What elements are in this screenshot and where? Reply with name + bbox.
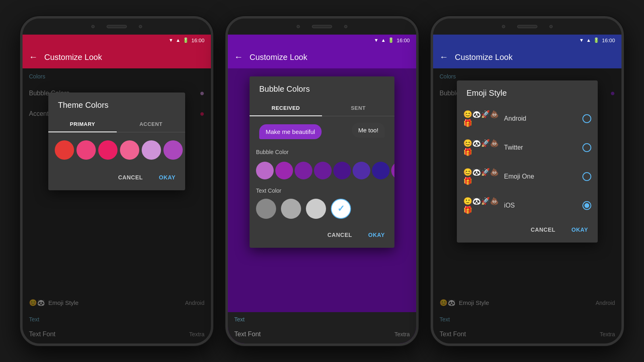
speaker-3 <box>517 25 537 28</box>
emoji-option-android[interactable]: 😊🐼🚀💩🎁 Android <box>457 104 598 133</box>
sent-bubble: Me too! <box>352 123 385 138</box>
bubble-color-5[interactable] <box>333 162 351 179</box>
signal-icon-2: ▲ <box>381 37 386 43</box>
battery-icon-1: 🔋 <box>183 37 189 43</box>
text-color-dark[interactable] <box>256 199 276 219</box>
phone-top-bar-2 <box>228 19 416 35</box>
emoji-name-twitter: Twitter <box>504 144 579 151</box>
dialog-overlay-1: Theme Colors PRIMARY ACCENT <box>23 68 211 343</box>
dialog-title-3: Emoji Style <box>457 80 598 104</box>
phone-3: ▼ ▲ 🔋 16:00 ← Customize Look Colors Bubb… <box>431 16 624 346</box>
dialog-overlay-2: Bubble Colors RECEIVED SENT Make me beau… <box>228 68 416 343</box>
bubble-color-6[interactable] <box>353 162 370 179</box>
emoji-name-android: Android <box>504 115 579 122</box>
screen-content-3: Colors Bubble Colors ● Emoji Style 😊🐼🚀💩🎁… <box>433 68 621 343</box>
radio-android[interactable] <box>582 114 591 123</box>
bubble-color-label: Bubble Color <box>250 146 394 157</box>
front-camera-3 <box>502 25 505 28</box>
dialog-title-1: Theme Colors <box>48 93 185 116</box>
speaker-1 <box>107 25 127 28</box>
status-bar-2: ▼ ▲ 🔋 16:00 <box>228 35 416 46</box>
emoji-option-ios[interactable]: 🙂🐼🚀💩🎁 iOS <box>457 191 598 220</box>
phones-container: ▼ ▲ 🔋 16:00 ← Customize Look Colors Bubb… <box>12 8 632 354</box>
dialog-actions-2: CANCEL OKAY <box>250 225 394 248</box>
emoji-option-emojione[interactable]: 😊🐼🚀💩🎁 Emoji One <box>457 162 598 191</box>
text-color-white[interactable]: ✓ <box>331 199 351 219</box>
phone-screen-3: ▼ ▲ 🔋 16:00 ← Customize Look Colors Bubb… <box>433 35 621 343</box>
battery-icon-2: 🔋 <box>388 37 394 43</box>
radio-emojione[interactable] <box>582 172 591 181</box>
dialog-overlay-3: Emoji Style 😊🐼🚀💩🎁 Android 😊🐼🚀💩🎁 Twitter <box>433 68 621 343</box>
back-arrow-1[interactable]: ← <box>29 52 38 62</box>
phone-2: ▼ ▲ 🔋 16:00 ← Customize Look Bubble Colo… <box>225 16 419 346</box>
signal-icon-1: ▲ <box>176 37 181 43</box>
signal-icon-3: ▲ <box>586 37 591 43</box>
app-bar-title-2: Customize Look <box>250 53 307 62</box>
wifi-icon-2: ▼ <box>374 37 379 43</box>
app-bar-3: ← Customize Look <box>433 46 621 68</box>
back-arrow-2[interactable]: ← <box>234 52 243 62</box>
app-bar-1: ← Customize Look <box>23 46 211 68</box>
tab-received[interactable]: RECEIVED <box>250 100 322 116</box>
back-arrow-3[interactable]: ← <box>440 52 448 62</box>
emoji-icons-android: 😊🐼🚀💩🎁 <box>463 110 501 128</box>
screen-content-1: Colors Bubble Colors ● Accent ● Theme Co… <box>23 68 211 343</box>
status-icons-2: ▼ ▲ 🔋 16:00 <box>374 37 410 43</box>
cancel-button-3[interactable]: CANCEL <box>527 223 558 236</box>
color-purple-light[interactable] <box>142 140 161 160</box>
phone-1: ▼ ▲ 🔋 16:00 ← Customize Look Colors Bubb… <box>20 16 213 346</box>
cancel-button-2[interactable]: CANCEL <box>324 228 355 241</box>
status-icons-1: ▼ ▲ 🔋 16:00 <box>169 37 204 43</box>
color-pink[interactable] <box>98 140 118 160</box>
tab-sent[interactable]: SENT <box>322 100 394 116</box>
bubble-color-7[interactable] <box>372 162 390 179</box>
screen-content-2: Bubble Colors RECEIVED SENT Make me beau… <box>228 68 416 343</box>
bubble-color-1[interactable] <box>256 162 274 179</box>
emoji-icons-twitter: 😊🐼🚀💩🎁 <box>463 139 501 156</box>
radio-twitter[interactable] <box>582 143 591 152</box>
emoji-option-twitter[interactable]: 😊🐼🚀💩🎁 Twitter <box>457 133 598 162</box>
okay-button-3[interactable]: OKAY <box>568 223 591 236</box>
status-icons-3: ▼ ▲ 🔋 16:00 <box>579 37 615 43</box>
radio-ios[interactable] <box>582 201 591 210</box>
tab-primary[interactable]: PRIMARY <box>48 116 117 132</box>
wifi-icon-1: ▼ <box>169 37 173 43</box>
bubble-color-3[interactable] <box>295 162 312 179</box>
bubble-color-8[interactable] <box>391 162 394 179</box>
bubble-colors-dialog: Bubble Colors RECEIVED SENT Make me beau… <box>250 76 394 248</box>
time-2: 16:00 <box>396 37 410 43</box>
speaker-2 <box>312 25 332 28</box>
battery-icon-3: 🔋 <box>593 37 599 43</box>
emoji-style-dialog: Emoji Style 😊🐼🚀💩🎁 Android 😊🐼🚀💩🎁 Twitter <box>457 80 598 243</box>
okay-button-1[interactable]: OKAY <box>156 171 179 184</box>
bubble-color-2[interactable] <box>275 162 293 179</box>
tabs-row-2: RECEIVED SENT <box>250 100 394 116</box>
color-swatches-1 <box>48 132 185 168</box>
tab-accent[interactable]: ACCENT <box>117 116 185 132</box>
bubble-color-swatches <box>250 157 394 184</box>
front-camera-2 <box>297 25 300 28</box>
sensor-3 <box>549 25 553 28</box>
emoji-name-emojione: Emoji One <box>504 173 579 180</box>
text-color-light[interactable] <box>306 199 326 219</box>
dialog-actions-1: CANCEL OKAY <box>48 168 185 190</box>
color-red[interactable] <box>55 140 74 160</box>
text-color-label: Text Color <box>250 184 394 195</box>
text-color-medium[interactable] <box>281 199 301 219</box>
dialog-title-2: Bubble Colors <box>250 76 394 100</box>
time-1: 16:00 <box>191 37 204 43</box>
dialog-actions-3: CANCEL OKAY <box>457 220 598 243</box>
okay-button-2[interactable]: OKAY <box>365 228 388 241</box>
app-bar-title-1: Customize Look <box>44 53 102 62</box>
color-pink-medium[interactable] <box>120 140 139 160</box>
color-pink-light[interactable] <box>76 140 96 160</box>
app-bar-title-3: Customize Look <box>455 53 512 62</box>
bubble-color-4[interactable] <box>314 162 332 179</box>
color-purple[interactable] <box>163 140 183 160</box>
text-color-swatches: ✓ <box>250 195 394 225</box>
emoji-name-ios: iOS <box>504 202 579 209</box>
phone-top-bar-3 <box>433 19 621 35</box>
selected-check: ✓ <box>337 204 345 214</box>
cancel-button-1[interactable]: CANCEL <box>115 171 146 184</box>
wifi-icon-3: ▼ <box>579 37 584 43</box>
